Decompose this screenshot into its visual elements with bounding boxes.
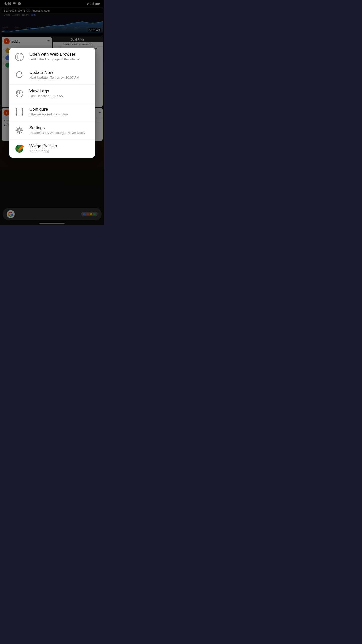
frame-icon: [14, 107, 24, 117]
configure-subtitle: https://www.reddit.com/top: [29, 112, 90, 116]
menu-item-widgetify-help[interactable]: Widgetify Help 1.11a_Debug: [9, 140, 95, 158]
widgetify-help-text: Widgetify Help 1.11a_Debug: [29, 144, 90, 153]
svg-point-22: [22, 108, 23, 110]
context-menu: Open with Web Browser reddit: the front …: [9, 48, 95, 158]
menu-item-update-now[interactable]: Update Now Next Update : Tomorrow 10:07 …: [9, 66, 95, 85]
svg-point-21: [16, 108, 17, 110]
update-now-title: Update Now: [29, 70, 90, 75]
refresh-icon: [14, 70, 24, 80]
widgetify-icon: [14, 144, 24, 154]
settings-text: Settings Update Every 24 Hour(s), Never …: [29, 125, 90, 135]
settings-subtitle: Update Every 24 Hour(s), Never Notify: [29, 131, 90, 135]
menu-item-view-logs[interactable]: View Logs Last Update : 10:07 AM: [9, 85, 95, 103]
svg-point-24: [22, 114, 23, 116]
open-browser-title: Open with Web Browser: [29, 52, 90, 57]
svg-line-19: [19, 94, 21, 94]
globe-icon: [14, 52, 24, 62]
update-now-text: Update Now Next Update : Tomorrow 10:07 …: [29, 70, 90, 79]
open-browser-subtitle: reddit: the front page of the internet: [29, 57, 90, 61]
widgetify-help-title: Widgetify Help: [29, 144, 90, 149]
view-logs-text: View Logs Last Update : 10:07 AM: [29, 89, 90, 98]
clock-icon: [14, 89, 24, 99]
update-now-subtitle: Next Update : Tomorrow 10:07 AM: [29, 76, 90, 79]
configure-text: Configure https://www.reddit.com/top: [29, 107, 90, 116]
svg-point-25: [18, 129, 21, 132]
view-logs-title: View Logs: [29, 89, 90, 94]
svg-point-23: [16, 114, 17, 116]
view-logs-subtitle: Last Update : 10:07 AM: [29, 94, 90, 98]
open-browser-text: Open with Web Browser reddit: the front …: [29, 52, 90, 61]
settings-title: Settings: [29, 125, 90, 130]
gear-icon: [14, 125, 24, 135]
menu-item-settings[interactable]: Settings Update Every 24 Hour(s), Never …: [9, 121, 95, 140]
widgetify-help-subtitle: 1.11a_Debug: [29, 149, 90, 153]
menu-item-open-browser[interactable]: Open with Web Browser reddit: the front …: [9, 48, 95, 66]
menu-item-configure[interactable]: Configure https://www.reddit.com/top: [9, 103, 95, 121]
configure-title: Configure: [29, 107, 90, 112]
svg-rect-20: [16, 109, 22, 115]
